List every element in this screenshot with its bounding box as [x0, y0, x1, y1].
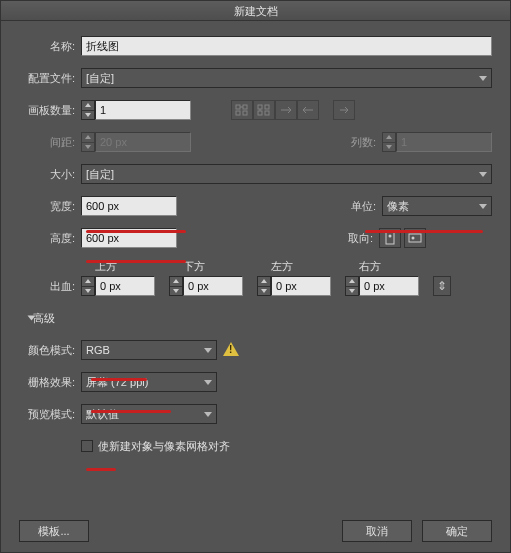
warning-icon: [223, 342, 239, 358]
dialog-title: 新建文档: [1, 1, 510, 21]
highlight-mark: [86, 260, 186, 263]
highlight-mark: [86, 468, 116, 471]
svg-point-9: [389, 235, 392, 238]
chevron-down-icon: [204, 380, 212, 385]
svg-rect-1: [243, 105, 247, 109]
profile-select[interactable]: [自定]: [81, 68, 492, 88]
cancel-button[interactable]: 取消: [342, 520, 412, 542]
highlight-mark: [86, 230, 186, 233]
artboards-stepper[interactable]: [81, 100, 95, 120]
highlight-mark: [365, 230, 483, 233]
label-artboards: 画板数量:: [19, 103, 81, 118]
label-color-mode: 颜色模式:: [19, 343, 81, 358]
label-bleed-left: 左方: [271, 259, 345, 274]
bleed-right-input[interactable]: 0 px: [359, 276, 419, 296]
label-bleed-bottom: 下方: [183, 259, 257, 274]
svg-rect-0: [236, 105, 240, 109]
chevron-down-icon: [204, 348, 212, 353]
templates-button[interactable]: 模板...: [19, 520, 89, 542]
advanced-header[interactable]: 高级: [33, 311, 55, 326]
color-mode-value: RGB: [86, 344, 110, 356]
label-spacing: 间距:: [19, 135, 81, 150]
label-width: 宽度:: [19, 199, 81, 214]
grid-by-row-icon: [231, 100, 253, 120]
width-input[interactable]: 600 px: [81, 196, 177, 216]
svg-rect-10: [409, 234, 421, 242]
arrange-ltr-icon: [275, 100, 297, 120]
highlight-mark: [91, 378, 147, 381]
size-value: [自定]: [86, 167, 114, 182]
label-profile: 配置文件:: [19, 71, 81, 86]
svg-rect-3: [243, 111, 247, 115]
highlight-mark: [91, 410, 171, 413]
bleed-top-stepper[interactable]: [81, 276, 95, 296]
profile-value: [自定]: [86, 71, 114, 86]
align-grid-checkbox[interactable]: [81, 440, 93, 452]
chevron-down-icon: [479, 204, 487, 209]
label-columns: 列数:: [351, 135, 382, 150]
svg-rect-5: [265, 105, 269, 109]
disclosure-triangle-icon[interactable]: [28, 316, 36, 321]
grid-by-col-icon: [253, 100, 275, 120]
spacing-input: 20 px: [95, 132, 191, 152]
arrange-arrow-icon: [333, 100, 355, 120]
columns-input: 1: [396, 132, 492, 152]
columns-stepper: [382, 132, 396, 152]
chevron-down-icon: [479, 76, 487, 81]
label-preview: 预览模式:: [19, 407, 81, 422]
label-bleed: 出血:: [19, 279, 81, 294]
svg-point-11: [412, 237, 415, 240]
units-select[interactable]: 像素: [382, 196, 492, 216]
units-value: 像素: [387, 199, 409, 214]
svg-rect-8: [386, 232, 394, 244]
spacing-stepper: [81, 132, 95, 152]
svg-rect-2: [236, 111, 240, 115]
bleed-right-stepper[interactable]: [345, 276, 359, 296]
bleed-top-input[interactable]: 0 px: [95, 276, 155, 296]
bleed-bottom-stepper[interactable]: [169, 276, 183, 296]
label-size: 大小:: [19, 167, 81, 182]
label-height: 高度:: [19, 231, 81, 246]
raster-select[interactable]: 屏幕 (72 ppi): [81, 372, 217, 392]
label-name: 名称:: [19, 39, 81, 54]
size-select[interactable]: [自定]: [81, 164, 492, 184]
bleed-left-stepper[interactable]: [257, 276, 271, 296]
name-input[interactable]: 折线图: [81, 36, 492, 56]
svg-rect-6: [258, 111, 262, 115]
label-align-grid: 使新建对象与像素网格对齐: [98, 439, 230, 454]
svg-rect-4: [258, 105, 262, 109]
artboards-input[interactable]: 1: [95, 100, 191, 120]
chevron-down-icon: [204, 412, 212, 417]
label-raster: 栅格效果:: [19, 375, 81, 390]
link-bleed-icon[interactable]: ⇕: [433, 276, 451, 296]
ok-button[interactable]: 确定: [422, 520, 492, 542]
arrange-rtl-icon: [297, 100, 319, 120]
preview-value: 默认值: [86, 407, 119, 422]
bleed-left-input[interactable]: 0 px: [271, 276, 331, 296]
svg-rect-7: [265, 111, 269, 115]
chevron-down-icon: [479, 172, 487, 177]
label-units: 单位:: [351, 199, 382, 214]
label-bleed-right: 右方: [359, 259, 433, 274]
bleed-bottom-input[interactable]: 0 px: [183, 276, 243, 296]
preview-select[interactable]: 默认值: [81, 404, 217, 424]
color-mode-select[interactable]: RGB: [81, 340, 217, 360]
raster-value: 屏幕 (72 ppi): [86, 375, 148, 390]
